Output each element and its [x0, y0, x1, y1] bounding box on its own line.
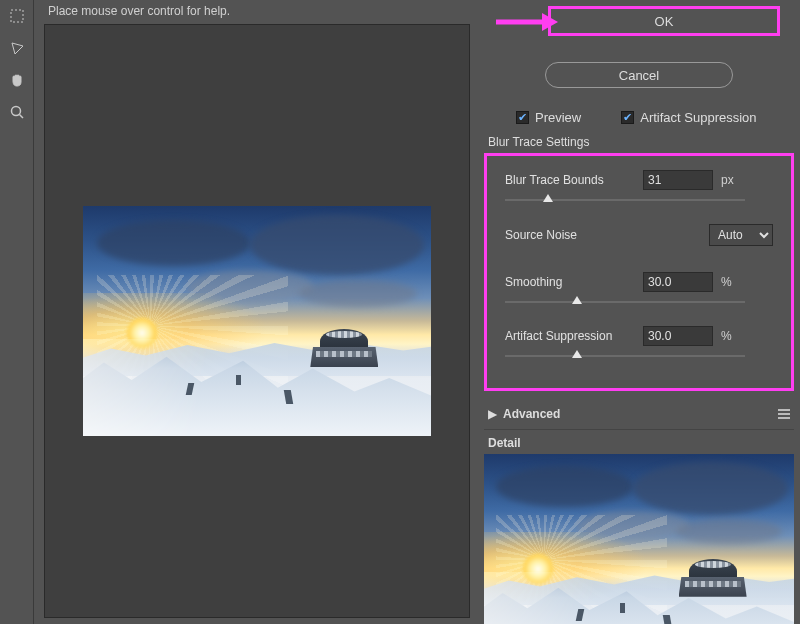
marquee-tool-icon[interactable] [5, 4, 29, 28]
unit-px: px [721, 173, 741, 187]
lasso-tool-icon[interactable] [5, 36, 29, 60]
help-text: Place mouse over control for help. [48, 4, 230, 18]
svg-point-1 [11, 107, 20, 116]
preview-checkbox-label: Preview [535, 110, 581, 125]
detail-image[interactable] [484, 454, 794, 624]
advanced-label: Advanced [503, 407, 560, 421]
artifact-suppression-slider[interactable] [505, 350, 745, 364]
zoom-tool-icon[interactable] [5, 100, 29, 124]
svg-line-2 [19, 115, 23, 119]
detail-section-label: Detail [488, 436, 794, 450]
source-noise-label: Source Noise [505, 228, 635, 242]
panel-menu-icon[interactable] [778, 409, 790, 419]
smoothing-slider[interactable] [505, 296, 745, 310]
settings-panel: OK Cancel ✔ Preview ✔ Artifact Suppressi… [478, 0, 800, 624]
svg-rect-0 [11, 10, 23, 22]
preview-image [83, 206, 431, 436]
cancel-button[interactable]: Cancel [545, 62, 733, 88]
checkmark-icon: ✔ [621, 111, 634, 124]
hand-tool-icon[interactable] [5, 68, 29, 92]
unit-pct: % [721, 275, 741, 289]
blur-trace-section-label: Blur Trace Settings [488, 135, 800, 149]
artifact-suppression-input[interactable] [643, 326, 713, 346]
artifact-suppression-checkbox[interactable]: ✔ Artifact Suppression [621, 110, 756, 125]
ok-button[interactable]: OK [548, 6, 780, 36]
tool-sidebar [0, 0, 34, 624]
unit-pct: % [721, 329, 741, 343]
preview-checkbox[interactable]: ✔ Preview [516, 110, 581, 125]
preview-canvas[interactable] [44, 24, 470, 618]
smoothing-input[interactable] [643, 272, 713, 292]
blur-trace-bounds-slider[interactable] [505, 194, 745, 208]
divider [484, 429, 794, 430]
blur-trace-settings: Blur Trace Bounds px Source Noise Auto S… [484, 153, 794, 391]
artifact-checkbox-label: Artifact Suppression [640, 110, 756, 125]
smoothing-label: Smoothing [505, 275, 635, 289]
artifact-suppression-label: Artifact Suppression [505, 329, 635, 343]
blur-trace-bounds-input[interactable] [643, 170, 713, 190]
checkmark-icon: ✔ [516, 111, 529, 124]
chevron-right-icon: ▶ [488, 407, 497, 421]
advanced-section-toggle[interactable]: ▶ Advanced [488, 407, 790, 421]
source-noise-select[interactable]: Auto [709, 224, 773, 246]
blur-trace-bounds-label: Blur Trace Bounds [505, 173, 635, 187]
